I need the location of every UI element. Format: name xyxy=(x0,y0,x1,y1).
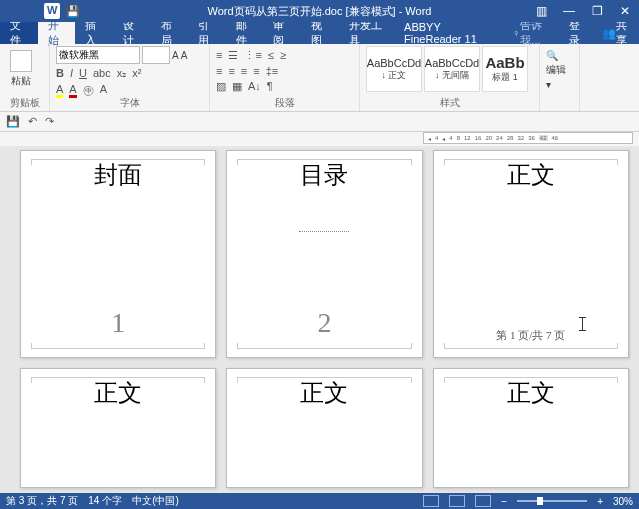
save-icon[interactable]: 💾 xyxy=(6,115,20,128)
footer-margin-mark xyxy=(31,343,205,349)
view-read-icon[interactable] xyxy=(423,495,439,507)
tab-layout[interactable]: 布局 xyxy=(151,22,189,44)
ribbon: 粘贴 剪贴板 A A B I U abc x₂ x² A A ㊥ A 字体 ≡ … xyxy=(0,44,639,112)
tab-insert[interactable]: 插入 xyxy=(75,22,113,44)
tab-file[interactable]: 文件 xyxy=(0,22,38,44)
restore-icon[interactable]: ❐ xyxy=(583,4,611,18)
ribbon-options-icon[interactable]: ▥ xyxy=(527,4,555,18)
group-paragraph: 段落 xyxy=(210,96,359,110)
shrink-font-icon[interactable]: A xyxy=(181,50,188,61)
align-center-icon[interactable]: ≡ xyxy=(228,65,234,77)
editing-dropdown-icon[interactable]: ▾ xyxy=(546,79,573,90)
underline-button[interactable]: U xyxy=(79,67,87,80)
tab-view[interactable]: 视图 xyxy=(301,22,339,44)
tab-developer[interactable]: 开发工具 xyxy=(339,22,394,44)
paste-button[interactable]: 粘贴 xyxy=(6,46,36,96)
font-size-input[interactable] xyxy=(142,46,170,64)
status-lang[interactable]: 中文(中国) xyxy=(132,494,179,508)
page-3[interactable]: 正文 第 1 页/共 7 页 xyxy=(433,150,629,358)
show-marks-icon[interactable]: ¶ xyxy=(267,80,273,93)
tab-references[interactable]: 引用 xyxy=(188,22,226,44)
horizontal-ruler[interactable]: ◂4◂ 48121620242832364246 xyxy=(423,132,633,144)
toc-placeholder xyxy=(299,231,349,232)
ribbon-tabs: 文件 开始 插入 设计 布局 引用 邮件 审阅 视图 开发工具 ABBYY Fi… xyxy=(0,22,639,44)
page-1[interactable]: 封面 1 xyxy=(20,150,216,358)
italic-button[interactable]: I xyxy=(70,67,73,80)
style-normal[interactable]: AaBbCcDd ↓ 正文 xyxy=(366,46,422,92)
undo-icon[interactable]: ↶ xyxy=(28,115,37,128)
justify-icon[interactable]: ≡ xyxy=(253,65,259,77)
superscript-button[interactable]: x² xyxy=(132,67,141,80)
subscript-button[interactable]: x₂ xyxy=(117,67,127,80)
status-words[interactable]: 14 个字 xyxy=(88,494,122,508)
borders-icon[interactable]: ▦ xyxy=(232,80,242,93)
line-spacing-icon[interactable]: ‡≡ xyxy=(266,65,279,77)
group-clipboard: 剪贴板 xyxy=(0,96,49,110)
bullets-icon[interactable]: ≡ xyxy=(216,49,222,62)
quick-save-icon[interactable]: 💾 xyxy=(66,5,80,18)
numbering-icon[interactable]: ☰ xyxy=(228,49,238,62)
view-web-icon[interactable] xyxy=(475,495,491,507)
header-margin-mark xyxy=(31,159,205,165)
status-page[interactable]: 第 3 页，共 7 页 xyxy=(6,494,78,508)
page3-footer: 第 1 页/共 7 页 xyxy=(434,328,628,343)
page-2[interactable]: 目录 2 xyxy=(226,150,422,358)
editing-label[interactable]: 编辑 xyxy=(546,63,573,77)
status-bar: 第 3 页，共 7 页 14 个字 中文(中国) − + 30% xyxy=(0,493,639,509)
tab-mailings[interactable]: 邮件 xyxy=(226,22,264,44)
bold-button[interactable]: B xyxy=(56,67,64,80)
indent-inc-icon[interactable]: ≥ xyxy=(280,49,286,62)
group-font: 字体 xyxy=(50,96,209,110)
clipboard-icon xyxy=(10,50,32,72)
tab-abbyy[interactable]: ABBYY FineReader 11 xyxy=(394,22,504,44)
multilevel-icon[interactable]: ⋮≡ xyxy=(244,49,261,62)
page1-number: 1 xyxy=(21,307,215,339)
style-heading1[interactable]: AaBb 标题 1 xyxy=(482,46,528,92)
quick-access: 💾 ↶ ↷ xyxy=(0,112,639,132)
close-icon[interactable]: ✕ xyxy=(611,4,639,18)
align-left-icon[interactable]: ≡ xyxy=(216,65,222,77)
page-6[interactable]: 正文 xyxy=(433,368,629,488)
minimize-icon[interactable]: — xyxy=(555,4,583,18)
shading-icon[interactable]: ▨ xyxy=(216,80,226,93)
page-4[interactable]: 正文 xyxy=(20,368,216,488)
sort-icon[interactable]: A↓ xyxy=(248,80,261,93)
page2-number: 2 xyxy=(227,307,421,339)
zoom-in-icon[interactable]: + xyxy=(597,496,603,507)
document-area[interactable]: 802468101214161820222426 封面 1 目录 2 正文 第 … xyxy=(18,146,631,493)
page-5[interactable]: 正文 xyxy=(226,368,422,488)
tab-design[interactable]: 设计 xyxy=(113,22,151,44)
style-nospacing[interactable]: AaBbCcDd ↓ 无间隔 xyxy=(424,46,480,92)
indent-dec-icon[interactable]: ≤ xyxy=(268,49,274,62)
tab-home[interactable]: 开始 xyxy=(38,22,76,44)
view-print-icon[interactable] xyxy=(449,495,465,507)
zoom-slider[interactable] xyxy=(517,500,587,502)
word-icon xyxy=(44,3,60,19)
font-name-input[interactable] xyxy=(56,46,140,64)
find-icon[interactable]: 🔍 xyxy=(546,50,573,61)
zoom-level[interactable]: 30% xyxy=(613,496,633,507)
strike-button[interactable]: abc xyxy=(93,67,111,80)
redo-icon[interactable]: ↷ xyxy=(45,115,54,128)
zoom-out-icon[interactable]: − xyxy=(501,496,507,507)
align-right-icon[interactable]: ≡ xyxy=(241,65,247,77)
grow-font-icon[interactable]: A xyxy=(172,50,179,61)
style-gallery[interactable]: AaBbCcDd ↓ 正文 AaBbCcDd ↓ 无间隔 AaBb 标题 1 xyxy=(366,46,533,92)
tell-me[interactable]: ♀ 告诉我... xyxy=(504,22,560,44)
title-bar: 💾 Word页码从第三页开始.doc [兼容模式] - Word ▥ — ❐ ✕ xyxy=(0,0,639,22)
share-button[interactable]: 👥 共享 xyxy=(594,22,639,44)
tab-review[interactable]: 审阅 xyxy=(263,22,301,44)
login-button[interactable]: 登录 xyxy=(561,22,595,44)
group-styles: 样式 xyxy=(360,96,539,110)
